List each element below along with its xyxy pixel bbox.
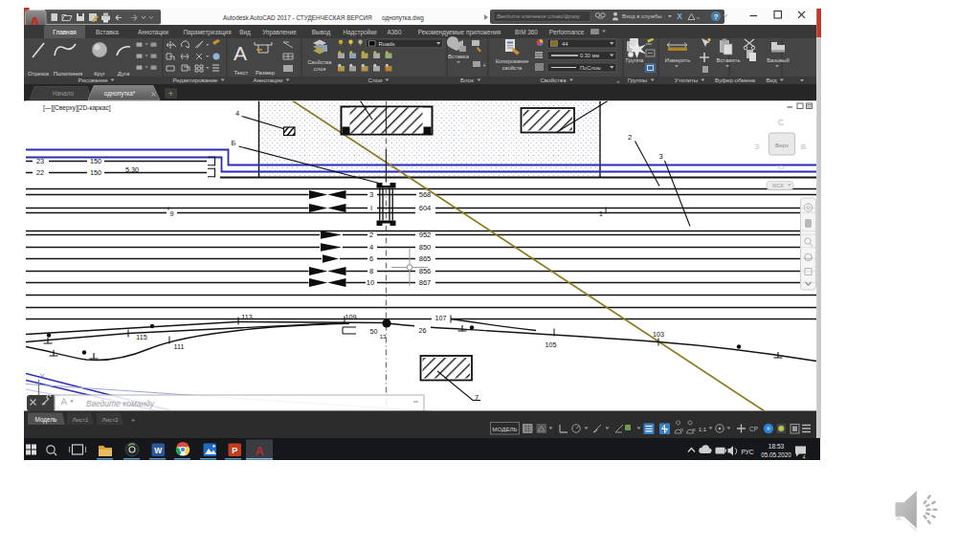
- svg-text:Юг: Юг: [778, 165, 786, 170]
- svg-text:Roads: Roads: [379, 41, 395, 47]
- svg-text:26: 26: [419, 326, 427, 335]
- svg-text:4: 4: [369, 243, 373, 252]
- svg-text:P: P: [232, 446, 237, 455]
- svg-text:856: 856: [419, 267, 432, 275]
- svg-text:103: 103: [653, 330, 664, 339]
- svg-text:Группы: Группы: [628, 77, 648, 83]
- svg-text:5.30: 5.30: [125, 165, 139, 174]
- svg-text:Свойства: Свойства: [540, 77, 567, 83]
- svg-text:I: I: [370, 204, 372, 212]
- svg-text:Y: Y: [40, 373, 45, 380]
- svg-text:604: 604: [419, 204, 432, 212]
- svg-text:4: 4: [235, 109, 239, 118]
- svg-text:В: В: [801, 143, 806, 151]
- svg-text:7: 7: [475, 393, 479, 402]
- svg-text:115: 115: [136, 333, 146, 341]
- svg-text:W: W: [154, 446, 163, 455]
- svg-text:6: 6: [369, 254, 373, 263]
- svg-text:8: 8: [369, 267, 373, 275]
- svg-text:3: 3: [369, 190, 373, 199]
- svg-text:Вид: Вид: [766, 77, 777, 83]
- svg-text:X: X: [677, 11, 682, 21]
- svg-text:Рисование: Рисование: [78, 77, 108, 83]
- svg-text:Performance: Performance: [549, 29, 585, 35]
- svg-text:3: 3: [658, 152, 662, 161]
- svg-text:однопутка*: однопутка*: [104, 90, 136, 98]
- svg-text:однопутка.dwg: однопутка.dwg: [382, 14, 424, 22]
- svg-text:Отрезок: Отрезок: [28, 71, 50, 77]
- svg-text:2: 2: [628, 133, 632, 142]
- svg-text:Полилиния: Полилиния: [54, 71, 83, 77]
- svg-text:0.30 мм: 0.30 мм: [580, 53, 599, 58]
- svg-text:113: 113: [241, 313, 252, 321]
- svg-text:Управление: Управление: [262, 29, 297, 36]
- svg-text:Введите ключевое слово/фразу: Введите ключевое слово/фразу: [497, 13, 581, 19]
- svg-text:23: 23: [36, 157, 44, 165]
- svg-text:A: A: [255, 444, 264, 458]
- svg-text:СР: СР: [749, 426, 758, 432]
- svg-text:Размер: Размер: [256, 70, 276, 76]
- svg-text:568: 568: [419, 190, 432, 199]
- svg-text:1:1: 1:1: [699, 426, 707, 432]
- svg-text:Вставка: Вставка: [448, 54, 470, 59]
- svg-text:Блок: Блок: [460, 77, 474, 83]
- svg-text:50: 50: [370, 327, 378, 336]
- svg-text:865: 865: [419, 254, 432, 263]
- svg-text:Свойства: Свойства: [308, 59, 333, 65]
- svg-text:С: С: [778, 118, 785, 127]
- svg-text:свойств: свойств: [502, 65, 523, 71]
- svg-text:A360: A360: [388, 29, 402, 35]
- svg-text:111: 111: [174, 342, 185, 351]
- svg-text:05.05.2020: 05.05.2020: [761, 451, 791, 458]
- svg-text:Б: Б: [232, 139, 236, 147]
- svg-text:850: 850: [419, 243, 432, 252]
- svg-text:13: 13: [380, 334, 387, 340]
- svg-text:ПоСлою: ПоСлою: [580, 65, 601, 71]
- svg-text:Редактирование: Редактирование: [172, 77, 218, 83]
- svg-text:Вставить: Вставить: [717, 57, 741, 63]
- svg-text:+: +: [482, 62, 486, 69]
- svg-text:22: 22: [36, 168, 44, 177]
- svg-text:Введите команду: Введите команду: [86, 399, 155, 408]
- svg-text:Буфер обмена: Буфер обмена: [715, 77, 756, 83]
- svg-text:Вывод: Вывод: [312, 29, 331, 36]
- svg-text:Аннотации: Аннотации: [138, 29, 168, 36]
- svg-text:Модель: Модель: [35, 416, 58, 424]
- svg-text:Параметризация: Параметризация: [183, 29, 232, 36]
- svg-text:Начало: Начало: [53, 90, 74, 97]
- svg-text:4: 4: [802, 454, 805, 460]
- svg-text:А: А: [234, 42, 247, 64]
- svg-text:+: +: [168, 89, 173, 99]
- svg-text:Надстройки: Надстройки: [343, 29, 376, 36]
- svg-text:Измерить: Измерить: [665, 57, 691, 63]
- svg-text:150: 150: [90, 168, 101, 177]
- svg-text:МСК: МСК: [772, 183, 785, 188]
- svg-text:107: 107: [435, 314, 447, 322]
- svg-text:Лист2: Лист2: [102, 416, 119, 423]
- svg-text:Аннотации: Аннотации: [254, 77, 283, 83]
- svg-text:2: 2: [369, 231, 373, 239]
- svg-text:?: ?: [714, 12, 719, 21]
- svg-text:МОДЕЛЬ: МОДЕЛЬ: [492, 426, 517, 432]
- svg-text:Вход в службы: Вход в службы: [622, 13, 662, 19]
- svg-text:1: 1: [599, 210, 603, 217]
- svg-text:Верх: Верх: [775, 142, 790, 148]
- svg-text:Копирование: Копирование: [496, 58, 529, 64]
- svg-text:Текст: Текст: [234, 70, 249, 76]
- svg-text:9: 9: [169, 209, 173, 218]
- svg-text:867: 867: [419, 278, 432, 287]
- svg-text:109: 109: [345, 313, 357, 321]
- svg-text:Базовый: Базовый: [767, 57, 790, 63]
- svg-text:Вставка: Вставка: [96, 29, 119, 35]
- svg-text:Лист1: Лист1: [73, 416, 89, 423]
- svg-text:+: +: [131, 416, 136, 425]
- svg-text:РУС: РУС: [741, 449, 753, 455]
- svg-text:18:53: 18:53: [768, 443, 785, 450]
- svg-text:Главная: Главная: [53, 29, 77, 35]
- svg-text:BIM 360: BIM 360: [515, 29, 538, 35]
- svg-text:Autodesk AutoCAD 2017 - СТУДЕН: Autodesk AutoCAD 2017 - СТУДЕНЧЕСКАЯ ВЕР…: [223, 14, 372, 22]
- svg-text:952: 952: [419, 231, 432, 239]
- svg-text:Утилиты: Утилиты: [675, 77, 699, 83]
- svg-text:10: 10: [367, 278, 374, 287]
- svg-text:150: 150: [90, 157, 101, 165]
